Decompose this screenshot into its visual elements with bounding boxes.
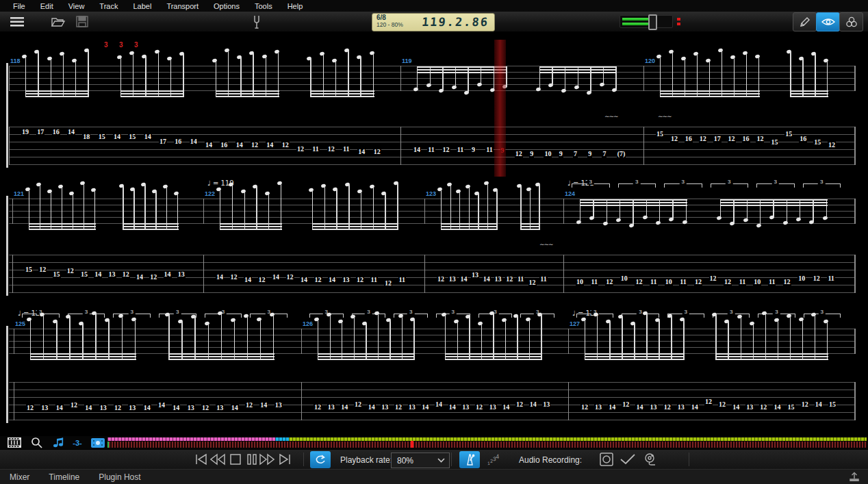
tab-number[interactable]: 15 xyxy=(656,131,664,138)
timeline-segment[interactable] xyxy=(107,437,275,441)
tab-number[interactable]: 10 xyxy=(544,151,552,157)
tab-number[interactable]: 12 xyxy=(635,279,643,285)
tab-number[interactable]: 14 xyxy=(231,405,239,411)
tab-number[interactable]: 13 xyxy=(461,404,470,411)
tab-number[interactable]: 9 xyxy=(529,151,534,157)
score-canvas[interactable]: 1183331917161418151415141716141416141214… xyxy=(0,0,868,484)
tab-number[interactable]: 18 xyxy=(82,133,90,140)
tab-number[interactable]: 15 xyxy=(787,404,795,411)
tab-number[interactable]: 14 xyxy=(144,133,152,140)
tab-number[interactable]: 14 xyxy=(157,402,166,409)
tab-number[interactable]: 11 xyxy=(370,277,378,283)
tab-number[interactable]: 14 xyxy=(190,138,198,145)
fretboard-view-icon[interactable] xyxy=(5,437,23,448)
tab-number[interactable]: 13 xyxy=(471,272,479,279)
tab-number[interactable]: 11 xyxy=(768,279,776,285)
tab-number[interactable]: 16 xyxy=(220,142,228,149)
tab-number[interactable]: 13 xyxy=(177,271,186,278)
tab-number[interactable]: 7 xyxy=(573,151,578,157)
tab-number[interactable]: 14 xyxy=(94,271,102,278)
tab-number[interactable]: 12 xyxy=(394,404,403,411)
recording-device-button[interactable] xyxy=(642,451,659,468)
statusbar-tab-mixer[interactable]: Mixer xyxy=(0,472,39,482)
tab-number[interactable]: 12 xyxy=(356,277,364,283)
tab-number[interactable]: 14 xyxy=(136,274,144,281)
tab-number[interactable]: 19 xyxy=(21,129,29,136)
tuplet-icon[interactable]: -3- xyxy=(68,437,86,448)
tab-number[interactable]: 12 xyxy=(281,142,290,149)
tab-number[interactable]: 11 xyxy=(427,147,435,153)
tab-number[interactable]: 15 xyxy=(98,133,106,140)
statusbar-tab-plugin-host[interactable]: Plugin Host xyxy=(89,472,150,482)
tab-number[interactable]: 12 xyxy=(759,404,767,411)
record-button[interactable] xyxy=(598,451,615,468)
tab-number[interactable]: 11 xyxy=(650,279,657,285)
metronome-button[interactable] xyxy=(459,451,480,468)
tab-number[interactable]: 14 xyxy=(266,142,274,149)
tab-number[interactable]: 12 xyxy=(70,402,78,409)
tab-number[interactable]: 12 xyxy=(373,149,381,155)
tab-number[interactable]: 10 xyxy=(576,279,584,285)
tab-number[interactable]: 12 xyxy=(245,402,253,409)
tab-number[interactable]: 14 xyxy=(815,401,823,408)
tab-number[interactable]: (7) xyxy=(617,151,626,157)
tab-number[interactable]: 16 xyxy=(742,136,750,142)
tab-number[interactable]: 14 xyxy=(340,404,348,411)
skip-to-end-button[interactable] xyxy=(277,451,293,468)
tab-number[interactable]: 12 xyxy=(122,271,130,278)
tab-number[interactable]: 10 xyxy=(753,279,761,285)
tab-number[interactable]: 12 xyxy=(149,274,157,281)
tab-number[interactable]: 13 xyxy=(327,404,335,411)
tab-number[interactable]: 14 xyxy=(483,276,491,283)
song-timeline[interactable] xyxy=(107,437,867,448)
tab-number[interactable]: 15 xyxy=(828,401,837,408)
tab-number[interactable]: 12 xyxy=(663,404,672,411)
tab-number[interactable]: 12 xyxy=(296,146,305,153)
tab-number[interactable]: 16 xyxy=(52,129,60,136)
tab-number[interactable]: 13 xyxy=(40,405,49,411)
stop-button[interactable] xyxy=(227,451,244,468)
tab-number[interactable]: 11 xyxy=(457,147,464,153)
tab-number[interactable]: 12 xyxy=(437,276,445,283)
tab-number[interactable]: 11 xyxy=(739,279,746,285)
tab-number[interactable]: 15 xyxy=(128,133,136,140)
tab-number[interactable]: 14 xyxy=(502,404,510,411)
tab-number[interactable]: 12 xyxy=(384,280,392,287)
tab-number[interactable]: 15 xyxy=(770,139,778,146)
tab-number[interactable]: 13 xyxy=(128,405,136,411)
tab-number[interactable]: 12 xyxy=(670,136,678,142)
tab-number[interactable]: 14 xyxy=(773,404,781,411)
tab-number[interactable]: 17 xyxy=(159,138,167,145)
tab-number[interactable]: 12 xyxy=(314,404,322,411)
tab-number[interactable]: 15 xyxy=(25,266,33,273)
tab-number[interactable]: 14 xyxy=(244,277,252,283)
pause-button[interactable] xyxy=(244,451,260,468)
tab-number[interactable]: 12 xyxy=(728,136,736,142)
tab-number[interactable]: 14 xyxy=(235,142,244,149)
tab-number[interactable]: 13 xyxy=(99,405,107,411)
tab-number[interactable]: 12 xyxy=(201,405,209,411)
tab-number[interactable]: 14 xyxy=(67,129,75,136)
tab-number[interactable]: 11 xyxy=(311,146,319,153)
tab-number[interactable]: 13 xyxy=(342,277,350,283)
tab-number[interactable]: 12 xyxy=(38,266,47,273)
tab-number[interactable]: 11 xyxy=(342,146,350,153)
playback-rate-select[interactable]: 80% xyxy=(391,453,450,468)
tab-number[interactable]: 15 xyxy=(784,131,793,138)
tab-number[interactable]: 12 xyxy=(251,142,259,149)
tab-number[interactable]: 14 xyxy=(357,149,366,155)
tab-number[interactable]: 14 xyxy=(259,402,268,409)
skip-to-start-button[interactable] xyxy=(193,451,209,468)
tab-number[interactable]: 12 xyxy=(442,147,450,153)
tab-number[interactable]: 11 xyxy=(517,276,524,283)
tab-number[interactable]: 12 xyxy=(327,146,335,153)
tab-number[interactable]: 12 xyxy=(724,279,732,285)
tab-number[interactable]: 12 xyxy=(258,277,266,283)
confirm-recording-button[interactable] xyxy=(620,451,636,468)
tab-number[interactable]: 14 xyxy=(635,404,643,411)
tab-number[interactable]: 9 xyxy=(471,147,476,153)
tab-number[interactable]: 13 xyxy=(408,404,416,411)
tab-number[interactable]: 14 xyxy=(459,276,468,283)
tab-number[interactable]: 12 xyxy=(605,279,613,285)
tab-number[interactable]: 11 xyxy=(398,277,406,283)
